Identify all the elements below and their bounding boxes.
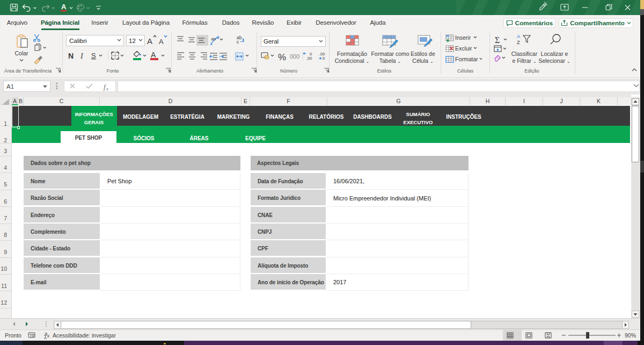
svg-text:%: % — [278, 52, 286, 62]
svg-text:x: x — [106, 86, 108, 91]
svg-text:S: S — [91, 52, 96, 60]
svg-text:ab: ab — [211, 37, 216, 41]
svg-text:000: 000 — [290, 53, 299, 60]
svg-text:A: A — [147, 37, 152, 46]
svg-text:,00: ,00 — [306, 56, 312, 61]
svg-text:A: A — [151, 51, 156, 59]
svg-text:0: 0 — [323, 56, 325, 61]
svg-text:12: 12 — [129, 38, 136, 44]
svg-text:A: A — [159, 38, 164, 46]
svg-text:I: I — [80, 52, 84, 60]
svg-text:Geral: Geral — [264, 38, 279, 45]
svg-text:Σ: Σ — [495, 35, 500, 45]
svg-text:Z: Z — [517, 39, 520, 45]
svg-text:N: N — [68, 52, 74, 60]
svg-text:Calibri: Calibri — [69, 38, 87, 44]
svg-text:A: A — [517, 33, 521, 39]
svg-text:A: A — [61, 3, 67, 11]
